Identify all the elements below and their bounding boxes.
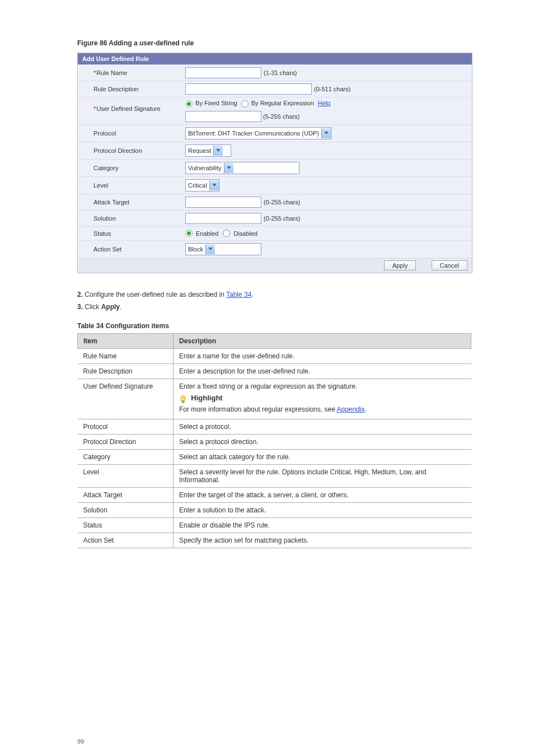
rule-desc-input[interactable]: [185, 83, 312, 95]
attack-target-input[interactable]: [185, 197, 261, 208]
cancel-button[interactable]: Cancel: [432, 260, 467, 270]
add-rule-panel: Add User Defined Rule *Rule Name (1-31 c…: [77, 53, 472, 273]
protocol-select[interactable]: BitTorrent: DHT Tracker Communications (…: [185, 127, 331, 139]
solution-input[interactable]: [185, 213, 261, 224]
table-row: LevelSelect a severity level for the rul…: [78, 465, 471, 488]
table-row: Attack TargetEnter the target of the att…: [78, 488, 471, 503]
rule-name-label: *Rule Name: [78, 66, 181, 80]
user-sig-label: *User Defined Signature: [78, 97, 181, 115]
level-label: Level: [78, 179, 181, 192]
category-select[interactable]: Vulnerability: [185, 162, 299, 174]
radio-enabled-label: Enabled: [196, 230, 218, 237]
chevron-down-icon: [224, 163, 233, 173]
svg-rect-4: [182, 401, 184, 403]
highlight-title: Highlight: [191, 394, 222, 402]
col-desc: Description: [174, 334, 471, 349]
step-2-text: 2. Configure the user-defined rule as de…: [77, 290, 471, 300]
config-items-table: Item Description Rule NameEnter a name f…: [77, 333, 471, 548]
table-row: CategorySelect an attack category for th…: [78, 450, 471, 465]
table-row: ProtocolSelect a protocol.: [78, 419, 471, 435]
chevron-down-icon: [205, 244, 215, 254]
table-row: Protocol DirectionSelect a protocol dire…: [78, 435, 471, 450]
radio-enabled[interactable]: [185, 230, 193, 237]
level-select[interactable]: Critical: [185, 179, 219, 192]
apply-button[interactable]: Apply: [384, 260, 416, 270]
radio-fixed-string[interactable]: [185, 100, 193, 108]
chevron-down-icon: [209, 180, 219, 190]
table-ref-link[interactable]: Table 34: [226, 291, 251, 298]
figure-caption: Figure 86 Adding a user-defined rule: [77, 39, 534, 47]
table-row: Rule DescriptionEnter a description for …: [78, 364, 471, 379]
actionset-label: Action Set: [78, 242, 181, 256]
radio-fixed-string-label: By Fixed String: [195, 100, 237, 106]
protdir-label: Protocol Direction: [78, 144, 181, 157]
rule-desc-hint: (0-511 chars): [314, 86, 350, 92]
radio-regex-label: By Regular Expression: [251, 100, 314, 106]
col-item: Item: [78, 334, 174, 349]
table-row: User Defined Signature Enter a fixed str…: [78, 379, 471, 419]
rule-desc-label: Rule Description: [78, 82, 181, 96]
help-link[interactable]: Help: [318, 100, 331, 106]
user-sig-hint: (5-255 chars): [263, 113, 299, 120]
table-row: Rule NameEnter a name for the user-defin…: [78, 349, 471, 364]
panel-title: Add User Defined Rule: [78, 53, 472, 64]
user-sig-input[interactable]: [185, 111, 261, 122]
solution-hint: (0-255 chars): [264, 215, 300, 222]
actionset-select[interactable]: Block: [185, 243, 261, 255]
svg-line-2: [185, 395, 186, 396]
svg-point-3: [181, 396, 185, 401]
page-number: 99: [77, 738, 84, 745]
radio-regex[interactable]: [241, 100, 249, 108]
radio-disabled[interactable]: [223, 230, 230, 237]
table-row: Action SetSpecify the action set for mat…: [78, 533, 471, 548]
chevron-down-icon: [321, 128, 331, 138]
step-3-text: 3. Click Apply.: [77, 302, 471, 312]
lightbulb-icon: [179, 394, 187, 403]
table-row: SolutionEnter a solution to the attack.: [78, 503, 471, 518]
protocol-label: Protocol: [78, 127, 181, 140]
appendix-link[interactable]: Appendix: [336, 405, 364, 413]
table-caption: Table 34 Configuration items: [77, 322, 534, 330]
attack-target-hint: (0-255 chars): [264, 199, 300, 206]
table-row: StatusEnable or disable the IPS rule.: [78, 518, 471, 533]
protdir-select[interactable]: Request: [185, 144, 231, 157]
rule-name-input[interactable]: [185, 67, 261, 78]
attack-target-label: Attack Target: [78, 195, 181, 209]
solution-label: Solution: [78, 212, 181, 225]
radio-disabled-label: Disabled: [233, 230, 257, 237]
status-label: Status: [78, 227, 181, 240]
svg-line-1: [180, 395, 181, 396]
category-label: Category: [78, 161, 181, 175]
chevron-down-icon: [213, 146, 223, 156]
rule-name-hint: (1-31 chars): [264, 69, 297, 76]
